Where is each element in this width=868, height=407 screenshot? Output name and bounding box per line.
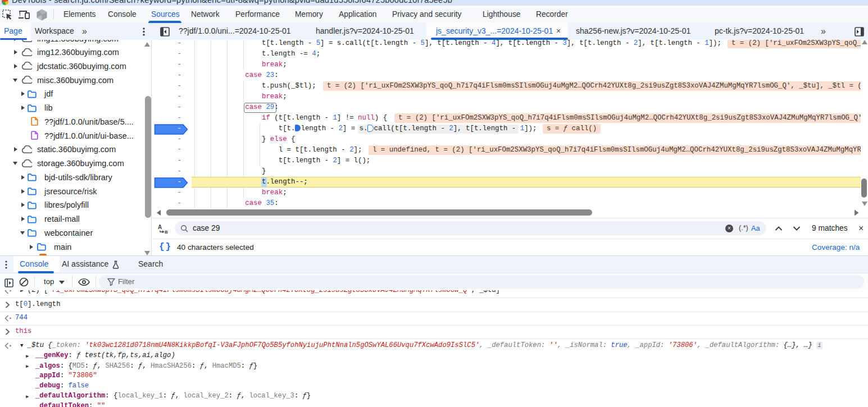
svg-text:A: A bbox=[158, 224, 162, 230]
svg-text:B: B bbox=[165, 230, 168, 234]
